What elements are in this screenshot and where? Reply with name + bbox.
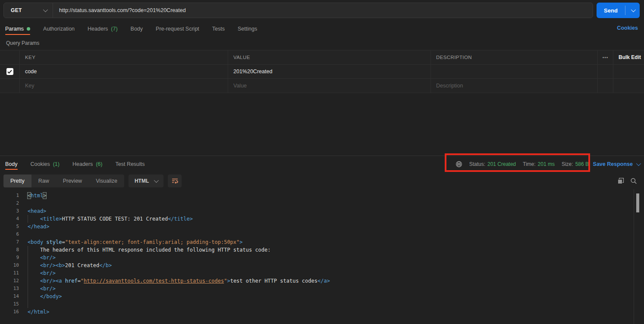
line-number: 1	[0, 192, 19, 199]
format-dropdown[interactable]: HTML	[129, 174, 163, 187]
code-editor[interactable]: 1<html>23<head>4 <title>HTTP STATUS CODE…	[0, 189, 644, 324]
send-options-button[interactable]	[625, 3, 640, 18]
scrollbar-track	[634, 189, 634, 324]
response-panel: Body Cookies (1) Headers (6) Test Result…	[0, 156, 644, 324]
code-line-content: <html>	[28, 192, 46, 199]
tab-pre-request-script[interactable]: Pre-request Script	[156, 21, 199, 37]
code-line-content: </html>	[28, 308, 50, 316]
tab-label: Body	[131, 26, 143, 32]
row-actions-cell	[597, 65, 613, 78]
method-dropdown[interactable]: GET	[4, 3, 53, 18]
param-value-cell[interactable]: Value	[228, 79, 430, 93]
copy-icon	[617, 178, 624, 184]
send-button-label: Send	[597, 3, 625, 18]
row-checkbox[interactable]	[6, 68, 13, 75]
copy-button[interactable]	[617, 178, 624, 184]
code-line: 4 <title>HTTP STATUS CODE TEST: 201 Crea…	[0, 215, 631, 223]
code-line-content: <br/>	[28, 285, 56, 293]
tab-tests[interactable]: Tests	[212, 21, 225, 37]
code-line: 1<html>	[0, 192, 631, 199]
param-key-cell[interactable]: code	[19, 65, 228, 78]
line-number: 14	[0, 293, 19, 300]
tab-response-body[interactable]: Body	[5, 156, 18, 172]
table-header-row: KEY VALUE DESCRIPTION ••• Bulk Edit	[0, 50, 644, 65]
save-response-label: Save Response	[593, 161, 633, 167]
status-value: 201 Created	[487, 161, 516, 167]
cookies-link[interactable]: Cookies	[617, 21, 638, 35]
size-label: Size:	[562, 161, 573, 167]
send-button[interactable]: Send	[597, 3, 640, 18]
param-key-cell[interactable]: Key	[19, 79, 228, 93]
code-line-content: <head>	[28, 207, 46, 215]
tab-body[interactable]: Body	[131, 21, 143, 37]
tab-settings[interactable]: Settings	[238, 21, 257, 37]
key-column-header: KEY	[19, 50, 228, 64]
url-input[interactable]	[53, 3, 593, 18]
view-tab-raw[interactable]: Raw	[31, 174, 56, 187]
scrollbar-thumb[interactable]	[636, 193, 639, 212]
tab-label: Pre-request Script	[156, 26, 199, 32]
indent-guide	[28, 300, 28, 308]
wrap-text-button[interactable]	[168, 174, 182, 187]
wrap-text-icon	[171, 178, 179, 184]
tab-test-results[interactable]: Test Results	[115, 156, 145, 172]
check-icon	[7, 70, 12, 74]
code-line-content: <title>HTTP STATUS CODE TEST: 201 Create…	[28, 215, 193, 223]
line-number: 16	[0, 308, 19, 316]
line-number: 9	[0, 254, 19, 262]
row-select-cell	[0, 65, 19, 78]
response-meta: Status: 201 Created Time: 201 ms Size: 5…	[456, 156, 589, 172]
format-label: HTML	[135, 178, 149, 184]
tab-headers[interactable]: Headers (7)	[88, 21, 118, 37]
code-line-content: <br/><a href="http://savanttools.com/tes…	[28, 277, 330, 285]
network-globe-icon[interactable]	[456, 161, 462, 168]
tab-count: (1)	[53, 161, 60, 167]
line-number: 11	[0, 269, 19, 277]
param-value-cell[interactable]: 201%20Created	[228, 65, 430, 78]
tab-response-headers[interactable]: Headers (6)	[72, 156, 103, 172]
table-row-placeholder: Key Value Description	[0, 79, 644, 93]
tab-authorization[interactable]: Authorization	[43, 21, 75, 37]
line-number: 3	[0, 207, 19, 215]
code-lines: 1<html>23<head>4 <title>HTTP STATUS CODE…	[0, 192, 631, 316]
params-indicator-dot-icon	[27, 27, 30, 31]
line-number: 2	[0, 199, 19, 207]
code-line-content: <br/>	[28, 269, 56, 277]
method-label: GET	[11, 7, 22, 13]
tab-response-cookies[interactable]: Cookies (1)	[31, 156, 60, 172]
more-actions-icon[interactable]: •••	[597, 50, 613, 64]
time-value: 201 ms	[538, 161, 555, 167]
view-tab-pretty[interactable]: Pretty	[3, 174, 31, 187]
code-line-content: <br/>	[28, 254, 56, 262]
response-actions	[617, 174, 637, 187]
param-description-cell[interactable]	[430, 65, 597, 78]
tab-label: Headers	[72, 161, 93, 167]
code-line-content: </body>	[28, 293, 62, 300]
tab-label: Cookies	[31, 161, 50, 167]
view-tab-visualize[interactable]: Visualize	[89, 174, 124, 187]
description-column-header: DESCRIPTION	[430, 50, 597, 64]
size-value: 586 B	[575, 161, 589, 167]
chevron-down-icon	[631, 7, 635, 12]
response-toolbar: Pretty Raw Preview Visualize HTML	[3, 174, 182, 187]
line-number: 10	[0, 262, 19, 269]
request-bar: GET Send	[0, 0, 644, 21]
code-line: 12 <br/><a href="http://savanttools.com/…	[0, 277, 631, 285]
param-description-cell[interactable]: Description	[430, 79, 597, 93]
response-tabs: Body Cookies (1) Headers (6) Test Result…	[0, 156, 145, 172]
search-button[interactable]	[630, 178, 637, 184]
bulk-edit-button[interactable]: Bulk Edit	[613, 50, 644, 64]
code-line-content: </head>	[28, 223, 50, 231]
code-line: 2	[0, 199, 631, 207]
view-tab-preview[interactable]: Preview	[56, 174, 89, 187]
tab-count: (6)	[96, 161, 102, 167]
save-response-button[interactable]: Save Response	[593, 156, 640, 172]
search-icon	[630, 178, 637, 184]
tab-label: Params	[5, 26, 24, 32]
tab-params[interactable]: Params	[5, 21, 30, 37]
code-line-content: The headers of this HTML response includ…	[28, 246, 271, 254]
code-line: 10 <br/><b>201 Created</b>	[0, 262, 631, 269]
line-number: 4	[0, 215, 19, 223]
chevron-down-icon	[154, 178, 159, 183]
select-column-header	[0, 50, 19, 64]
